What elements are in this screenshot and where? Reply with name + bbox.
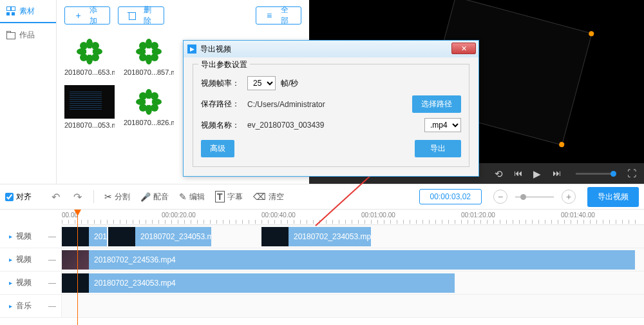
redo-button[interactable] xyxy=(68,187,87,206)
chevron-icon: ▸ xyxy=(9,302,12,310)
grid-icon xyxy=(6,6,15,15)
svg-point-15 xyxy=(139,54,147,61)
name-label: 视频名称： xyxy=(201,120,242,131)
fullscreen-icon[interactable] xyxy=(627,168,638,179)
group-legend: 导出参数设置 xyxy=(198,59,250,70)
dub-button[interactable]: 配音 xyxy=(137,187,173,206)
media-thumb[interactable]: 2018070...826.mp4 xyxy=(124,85,174,129)
play-icon[interactable] xyxy=(533,168,544,179)
close-button[interactable]: ✕ xyxy=(451,43,476,54)
svg-point-5 xyxy=(91,42,99,50)
next-icon[interactable] xyxy=(553,168,563,179)
tab-material[interactable]: 素材 xyxy=(0,0,56,23)
align-checkbox[interactable]: 对齐 xyxy=(5,192,32,202)
chevron-icon: ▸ xyxy=(9,256,12,263)
svg-point-25 xyxy=(151,104,158,112)
svg-point-7 xyxy=(91,54,99,61)
undo-button[interactable] xyxy=(46,187,65,206)
svg-point-3 xyxy=(92,48,102,55)
svg-point-22 xyxy=(139,92,147,100)
svg-point-26 xyxy=(146,99,152,105)
current-time: 00:00:03,02 xyxy=(419,189,482,204)
svg-point-2 xyxy=(77,48,87,55)
prev-icon[interactable] xyxy=(514,168,524,179)
svg-point-11 xyxy=(136,48,146,55)
choose-path-button[interactable]: 选择路径 xyxy=(412,95,461,113)
edit-button[interactable]: 编辑 xyxy=(175,187,209,206)
media-thumb[interactable]: 2018070...053.mp4 xyxy=(64,85,115,129)
chevron-icon: ▸ xyxy=(9,233,12,240)
export-button[interactable]: 导出 xyxy=(415,140,461,157)
svg-point-21 xyxy=(151,99,162,105)
svg-point-9 xyxy=(146,39,152,49)
track-head-video-3[interactable]: ▸视频— xyxy=(0,271,62,294)
svg-point-17 xyxy=(146,48,152,55)
export-video-button[interactable]: 导出视频 xyxy=(587,187,639,207)
svg-point-1 xyxy=(86,54,93,64)
timeline-clip[interactable]: 20180702_224536.mp4 xyxy=(62,250,635,270)
advanced-button[interactable]: 高级 xyxy=(201,140,234,157)
svg-point-23 xyxy=(151,92,158,100)
text-icon xyxy=(215,192,225,202)
timeline-clip[interactable]: 20180702_234053.mp4 xyxy=(108,227,211,246)
svg-point-0 xyxy=(86,39,93,49)
svg-point-4 xyxy=(80,42,88,50)
zoom-in-button[interactable]: + xyxy=(562,190,576,204)
scissors-icon xyxy=(104,192,112,202)
pencil-icon xyxy=(179,192,187,202)
fps-select[interactable]: 25 xyxy=(247,76,276,90)
trash-icon xyxy=(128,11,136,20)
svg-point-18 xyxy=(146,89,152,99)
folder-icon xyxy=(6,30,15,39)
timeline-clip[interactable]: 20180702_2 xyxy=(62,227,107,246)
path-value: C:/Users/Administrator xyxy=(247,100,407,109)
dialog-title: 导出视频 xyxy=(200,44,231,55)
delete-button[interactable]: 删除 xyxy=(118,6,164,25)
redo-icon xyxy=(73,191,82,203)
add-button[interactable]: 添加 xyxy=(64,6,110,25)
filter-all-button[interactable]: 全部 xyxy=(256,6,301,25)
path-label: 保存路径： xyxy=(201,99,242,110)
track-head-music[interactable]: ▸音乐— xyxy=(0,295,62,317)
svg-point-20 xyxy=(136,99,146,105)
media-thumb[interactable]: 2018070...653.mp4 xyxy=(64,35,115,76)
tab-works[interactable]: 作品 xyxy=(0,23,56,46)
svg-point-6 xyxy=(80,54,88,61)
cut-button[interactable]: 分割 xyxy=(100,187,134,206)
track-head-video-2[interactable]: ▸视频— xyxy=(0,248,62,271)
track-head-video-1[interactable]: ▸视频— xyxy=(0,225,62,248)
thumb-label: 2018070...653.mp4 xyxy=(64,68,115,76)
tab-works-label: 作品 xyxy=(19,30,35,41)
svg-point-19 xyxy=(146,104,152,115)
loop-icon[interactable] xyxy=(495,168,505,179)
timeline-clip[interactable]: 20180702_234053.mp4 xyxy=(261,227,371,246)
tab-material-label: 素材 xyxy=(19,6,35,17)
thumb-label: 2018070...053.mp4 xyxy=(64,121,115,129)
svg-point-12 xyxy=(151,48,162,55)
svg-point-10 xyxy=(146,54,152,64)
timeline-clip[interactable]: 20180702_234053.mp4 xyxy=(62,273,455,293)
fps-unit: 帧/秒 xyxy=(281,78,298,89)
zoom-slider[interactable] xyxy=(515,196,554,198)
ext-select[interactable]: .mp4 xyxy=(424,118,461,132)
volume-slider[interactable] xyxy=(576,173,614,175)
playhead[interactable] xyxy=(77,210,78,325)
app-logo-icon: ▶ xyxy=(187,44,196,54)
svg-point-16 xyxy=(151,54,158,61)
thumb-label: 2018070...857.mp4 xyxy=(124,68,174,76)
svg-point-8 xyxy=(86,48,93,55)
menu-icon xyxy=(265,11,274,20)
media-thumb[interactable]: 2018070...857.mp4 xyxy=(124,35,174,76)
clear-button[interactable]: 清空 xyxy=(249,187,288,206)
time-ruler[interactable]: 00.0000:00:20.0000:00:40.0000:01:00.0000… xyxy=(62,210,644,225)
plus-icon xyxy=(74,11,82,20)
undo-icon xyxy=(52,191,60,203)
fps-label: 视频帧率： xyxy=(201,78,242,89)
zoom-out-button[interactable]: − xyxy=(493,190,507,204)
svg-point-13 xyxy=(139,42,147,50)
erase-icon xyxy=(253,192,266,202)
name-value: ev_20180703_003439 xyxy=(247,121,419,130)
export-dialog: ▶ 导出视频 ✕ 导出参数设置 视频帧率： 25 帧/秒 保存路径： C:/Us… xyxy=(183,40,479,177)
dialog-titlebar[interactable]: ▶ 导出视频 ✕ xyxy=(184,41,478,57)
subtitle-button[interactable]: 字幕 xyxy=(211,187,247,206)
